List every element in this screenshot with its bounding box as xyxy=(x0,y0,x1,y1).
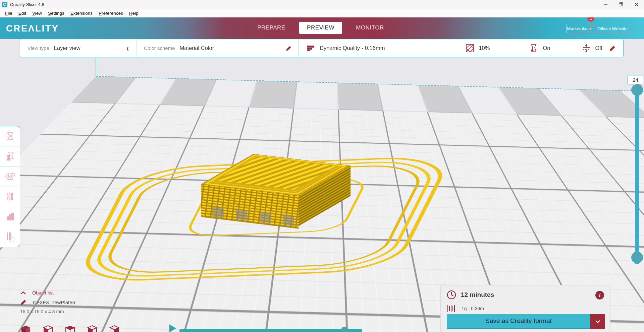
layer-quality-icon xyxy=(307,45,315,52)
minimize-button[interactable] xyxy=(598,0,613,9)
edit-print-settings-icon[interactable] xyxy=(609,45,616,52)
menu-bar: File Edit View Settings Extensions Prefe… xyxy=(0,9,644,17)
object-list-item[interactable]: CE3E3_newPlate6 xyxy=(20,299,75,306)
support-icon xyxy=(529,44,538,53)
infill-icon xyxy=(466,44,474,52)
menu-view[interactable]: View xyxy=(29,10,45,17)
app-header: CREΛLITY PREPARE PREVIEW MONITOR Marketp… xyxy=(0,17,644,39)
tab-preview[interactable]: PREVIEW xyxy=(299,22,342,34)
edit-color-scheme-icon[interactable] xyxy=(286,45,292,51)
app-icon: C xyxy=(2,2,7,7)
view-3d-button[interactable] xyxy=(21,325,31,332)
object-list-toggle[interactable]: Object list xyxy=(20,290,75,295)
model-tools-panel xyxy=(0,126,20,247)
official-website-button[interactable]: Official Website xyxy=(594,24,631,33)
view-left-button[interactable] xyxy=(87,325,97,332)
play-button[interactable] xyxy=(169,324,176,332)
filament-usage-icon xyxy=(447,305,457,312)
mirror-tool-button[interactable] xyxy=(0,187,20,207)
menu-help[interactable]: Help xyxy=(126,10,142,17)
layer-slider-track[interactable] xyxy=(635,90,639,264)
object-dimensions: 16.0 x 16.0 x 4.8 mm xyxy=(20,309,75,314)
layer-number-tooltip: 24 xyxy=(628,75,643,84)
object-name: CE3E3_newPlate6 xyxy=(33,300,75,305)
move-tool-button[interactable] xyxy=(0,126,20,146)
rename-pencil-icon[interactable] xyxy=(20,299,27,306)
menu-file[interactable]: File xyxy=(2,10,15,17)
infill-value[interactable]: 10% xyxy=(479,45,490,51)
support-blocker-button[interactable] xyxy=(0,227,20,247)
layer-range-slider: 24 xyxy=(628,75,643,84)
view-right-button[interactable] xyxy=(109,325,119,332)
material-usage-value: 1g · 0.36m xyxy=(462,306,484,311)
quality-value[interactable]: Dynamic Quality - 0.16mm xyxy=(320,45,385,51)
close-button[interactable] xyxy=(629,0,644,9)
print-time-clock-icon xyxy=(447,290,456,300)
menu-preferences[interactable]: Preferences xyxy=(96,10,126,17)
window-title: Creality Slicer 4.8 xyxy=(10,2,44,7)
view-type-value[interactable]: Layer view xyxy=(54,45,80,51)
view-top-button[interactable] xyxy=(65,325,75,332)
object-list-label: Object list xyxy=(32,290,54,295)
playback-track[interactable] xyxy=(179,329,362,332)
menu-extensions[interactable]: Extensions xyxy=(67,10,96,17)
creality-logo: CREΛLITY xyxy=(6,23,59,34)
title-bar: C Creality Slicer 4.8 xyxy=(0,0,644,9)
scale-tool-button[interactable] xyxy=(0,146,20,167)
tab-monitor[interactable]: MONITOR xyxy=(348,22,391,34)
save-gcode-button[interactable]: Save as Creality format xyxy=(447,314,590,329)
view-front-button[interactable] xyxy=(43,325,53,332)
adhesion-icon xyxy=(582,44,590,53)
layer-playback-bar xyxy=(169,324,362,332)
marketplace-button[interactable]: Marketplace xyxy=(567,24,591,33)
preview-settings-bar: View type Layer view ‹ Color scheme Mate… xyxy=(20,39,624,57)
rotate-tool-button[interactable] xyxy=(0,167,20,187)
object-list-panel: Object list CE3E3_newPlate6 16.0 x 16.0 … xyxy=(20,290,75,314)
menu-settings[interactable]: Settings xyxy=(45,10,67,17)
info-icon[interactable]: i xyxy=(595,291,604,300)
stage-tabs: PREPARE PREVIEW MONITOR xyxy=(250,21,391,34)
restore-button[interactable] xyxy=(613,0,629,9)
color-scheme-value[interactable]: Material Color xyxy=(180,45,214,51)
chevron-up-icon xyxy=(20,291,26,295)
layer-slider-top-handle[interactable] xyxy=(631,84,643,96)
camera-view-buttons xyxy=(21,325,119,332)
save-format-dropdown[interactable] xyxy=(590,314,605,329)
chevron-down-icon xyxy=(595,320,600,323)
collapse-chevron-icon[interactable]: ‹ xyxy=(126,43,129,53)
playback-handle[interactable] xyxy=(341,327,348,332)
app-window: C Creality Slicer 4.8 File Edit View Set… xyxy=(0,0,644,332)
view-type-label: View type xyxy=(28,45,49,51)
tab-prepare[interactable]: PREPARE xyxy=(250,22,293,34)
print-stats-panel: 12 minutes i 1g · 0.36m Save as Creality… xyxy=(440,285,610,332)
support-value[interactable]: On xyxy=(543,45,550,51)
print-time-value: 12 minutes xyxy=(461,291,494,298)
per-model-settings-button[interactable] xyxy=(0,207,20,227)
menu-edit[interactable]: Edit xyxy=(15,10,29,17)
layer-slider-bottom-handle[interactable] xyxy=(631,252,643,263)
color-scheme-label: Color scheme xyxy=(144,45,175,51)
adhesion-value[interactable]: Off xyxy=(595,45,602,51)
